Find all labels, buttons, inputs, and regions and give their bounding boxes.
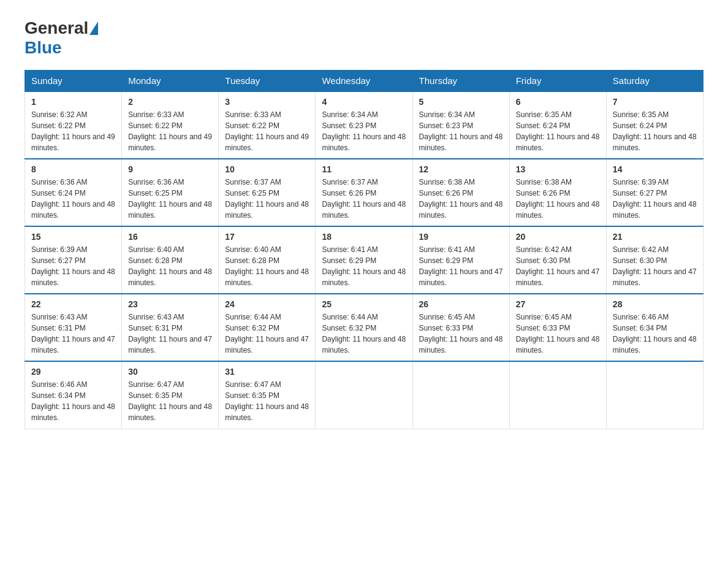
calendar-cell <box>509 361 606 429</box>
day-info: Sunrise: 6:42 AMSunset: 6:30 PMDaylight:… <box>613 245 697 287</box>
day-info: Sunrise: 6:38 AMSunset: 6:26 PMDaylight:… <box>419 178 503 220</box>
weekday-row: SundayMondayTuesdayWednesdayThursdayFrid… <box>25 71 703 92</box>
day-number: 12 <box>419 164 503 174</box>
day-info: Sunrise: 6:39 AMSunset: 6:27 PMDaylight:… <box>613 178 697 220</box>
day-info: Sunrise: 6:36 AMSunset: 6:24 PMDaylight:… <box>31 178 115 220</box>
calendar-cell: 18 Sunrise: 6:41 AMSunset: 6:29 PMDaylig… <box>316 226 412 294</box>
calendar-cell <box>412 361 509 429</box>
day-info: Sunrise: 6:40 AMSunset: 6:28 PMDaylight:… <box>128 245 212 287</box>
day-number: 2 <box>128 97 212 107</box>
day-number: 6 <box>516 97 600 107</box>
calendar-cell: 8 Sunrise: 6:36 AMSunset: 6:24 PMDayligh… <box>25 159 122 226</box>
day-info: Sunrise: 6:35 AMSunset: 6:24 PMDaylight:… <box>516 110 600 152</box>
day-number: 20 <box>516 232 600 242</box>
calendar-cell: 9 Sunrise: 6:36 AMSunset: 6:25 PMDayligh… <box>122 159 219 226</box>
day-number: 24 <box>225 299 309 309</box>
calendar-cell: 31 Sunrise: 6:47 AMSunset: 6:35 PMDaylig… <box>219 361 316 429</box>
day-info: Sunrise: 6:44 AMSunset: 6:32 PMDaylight:… <box>322 313 406 354</box>
day-info: Sunrise: 6:34 AMSunset: 6:23 PMDaylight:… <box>419 110 503 152</box>
calendar-cell: 24 Sunrise: 6:44 AMSunset: 6:32 PMDaylig… <box>219 294 316 361</box>
day-info: Sunrise: 6:43 AMSunset: 6:31 PMDaylight:… <box>31 313 115 354</box>
weekday-header-sunday: Sunday <box>25 71 122 92</box>
day-number: 25 <box>322 299 406 309</box>
calendar-cell: 5 Sunrise: 6:34 AMSunset: 6:23 PMDayligh… <box>412 91 509 159</box>
calendar-cell: 30 Sunrise: 6:47 AMSunset: 6:35 PMDaylig… <box>122 361 219 429</box>
day-number: 21 <box>613 232 697 242</box>
calendar-cell: 3 Sunrise: 6:33 AMSunset: 6:22 PMDayligh… <box>219 91 316 159</box>
calendar-cell: 12 Sunrise: 6:38 AMSunset: 6:26 PMDaylig… <box>412 159 509 226</box>
calendar-week-3: 15 Sunrise: 6:39 AMSunset: 6:27 PMDaylig… <box>25 226 703 294</box>
calendar-week-1: 1 Sunrise: 6:32 AMSunset: 6:22 PMDayligh… <box>25 91 703 159</box>
day-number: 16 <box>128 232 212 242</box>
day-number: 13 <box>516 164 600 174</box>
logo-triangle-icon <box>89 21 98 35</box>
calendar-cell: 4 Sunrise: 6:34 AMSunset: 6:23 PMDayligh… <box>316 91 412 159</box>
day-number: 15 <box>31 232 115 242</box>
day-info: Sunrise: 6:43 AMSunset: 6:31 PMDaylight:… <box>128 313 212 354</box>
day-number: 5 <box>419 97 503 107</box>
weekday-header-monday: Monday <box>122 71 219 92</box>
day-info: Sunrise: 6:33 AMSunset: 6:22 PMDaylight:… <box>225 110 309 152</box>
calendar-cell <box>606 361 703 429</box>
calendar-cell: 20 Sunrise: 6:42 AMSunset: 6:30 PMDaylig… <box>509 226 606 294</box>
day-number: 31 <box>225 367 309 377</box>
day-number: 14 <box>613 164 697 174</box>
calendar-cell: 2 Sunrise: 6:33 AMSunset: 6:22 PMDayligh… <box>122 91 219 159</box>
weekday-header-wednesday: Wednesday <box>316 71 412 92</box>
day-info: Sunrise: 6:39 AMSunset: 6:27 PMDaylight:… <box>31 245 115 287</box>
day-info: Sunrise: 6:44 AMSunset: 6:32 PMDaylight:… <box>225 313 309 354</box>
calendar-cell: 16 Sunrise: 6:40 AMSunset: 6:28 PMDaylig… <box>122 226 219 294</box>
day-number: 18 <box>322 232 406 242</box>
day-number: 9 <box>128 164 212 174</box>
calendar-cell: 7 Sunrise: 6:35 AMSunset: 6:24 PMDayligh… <box>606 91 703 159</box>
page-header: General Blue <box>25 18 703 58</box>
calendar-cell: 1 Sunrise: 6:32 AMSunset: 6:22 PMDayligh… <box>25 91 122 159</box>
calendar-cell: 26 Sunrise: 6:45 AMSunset: 6:33 PMDaylig… <box>412 294 509 361</box>
day-info: Sunrise: 6:32 AMSunset: 6:22 PMDaylight:… <box>31 110 115 152</box>
calendar-week-4: 22 Sunrise: 6:43 AMSunset: 6:31 PMDaylig… <box>25 294 703 361</box>
calendar-body: 1 Sunrise: 6:32 AMSunset: 6:22 PMDayligh… <box>25 91 703 429</box>
logo: General Blue <box>25 18 99 58</box>
calendar-cell <box>316 361 412 429</box>
day-info: Sunrise: 6:47 AMSunset: 6:35 PMDaylight:… <box>225 380 309 422</box>
day-info: Sunrise: 6:46 AMSunset: 6:34 PMDaylight:… <box>31 380 115 422</box>
day-info: Sunrise: 6:42 AMSunset: 6:30 PMDaylight:… <box>516 245 600 287</box>
day-number: 10 <box>225 164 309 174</box>
weekday-header-saturday: Saturday <box>606 71 703 92</box>
day-info: Sunrise: 6:37 AMSunset: 6:25 PMDaylight:… <box>225 178 309 220</box>
day-info: Sunrise: 6:37 AMSunset: 6:26 PMDaylight:… <box>322 178 406 220</box>
day-info: Sunrise: 6:36 AMSunset: 6:25 PMDaylight:… <box>128 178 212 220</box>
day-number: 3 <box>225 97 309 107</box>
calendar-cell: 22 Sunrise: 6:43 AMSunset: 6:31 PMDaylig… <box>25 294 122 361</box>
day-number: 27 <box>516 299 600 309</box>
day-number: 30 <box>128 367 212 377</box>
weekday-header-thursday: Thursday <box>412 71 509 92</box>
day-number: 23 <box>128 299 212 309</box>
calendar-cell: 28 Sunrise: 6:46 AMSunset: 6:34 PMDaylig… <box>606 294 703 361</box>
day-number: 28 <box>613 299 697 309</box>
day-number: 8 <box>31 164 115 174</box>
day-number: 17 <box>225 232 309 242</box>
day-info: Sunrise: 6:35 AMSunset: 6:24 PMDaylight:… <box>613 110 697 152</box>
day-info: Sunrise: 6:45 AMSunset: 6:33 PMDaylight:… <box>516 313 600 354</box>
calendar-cell: 21 Sunrise: 6:42 AMSunset: 6:30 PMDaylig… <box>606 226 703 294</box>
day-info: Sunrise: 6:45 AMSunset: 6:33 PMDaylight:… <box>419 313 503 354</box>
day-info: Sunrise: 6:46 AMSunset: 6:34 PMDaylight:… <box>613 313 697 354</box>
day-number: 29 <box>31 367 115 377</box>
day-number: 1 <box>31 97 115 107</box>
calendar-cell: 15 Sunrise: 6:39 AMSunset: 6:27 PMDaylig… <box>25 226 122 294</box>
day-info: Sunrise: 6:34 AMSunset: 6:23 PMDaylight:… <box>322 110 406 152</box>
calendar-cell: 14 Sunrise: 6:39 AMSunset: 6:27 PMDaylig… <box>606 159 703 226</box>
weekday-header-tuesday: Tuesday <box>219 71 316 92</box>
calendar-week-2: 8 Sunrise: 6:36 AMSunset: 6:24 PMDayligh… <box>25 159 703 226</box>
calendar-cell: 6 Sunrise: 6:35 AMSunset: 6:24 PMDayligh… <box>509 91 606 159</box>
day-number: 7 <box>613 97 697 107</box>
calendar-cell: 13 Sunrise: 6:38 AMSunset: 6:26 PMDaylig… <box>509 159 606 226</box>
day-info: Sunrise: 6:41 AMSunset: 6:29 PMDaylight:… <box>322 245 406 287</box>
day-info: Sunrise: 6:33 AMSunset: 6:22 PMDaylight:… <box>128 110 212 152</box>
day-number: 19 <box>419 232 503 242</box>
calendar-cell: 23 Sunrise: 6:43 AMSunset: 6:31 PMDaylig… <box>122 294 219 361</box>
calendar-header: SundayMondayTuesdayWednesdayThursdayFrid… <box>25 71 703 92</box>
calendar-cell: 10 Sunrise: 6:37 AMSunset: 6:25 PMDaylig… <box>219 159 316 226</box>
day-number: 26 <box>419 299 503 309</box>
